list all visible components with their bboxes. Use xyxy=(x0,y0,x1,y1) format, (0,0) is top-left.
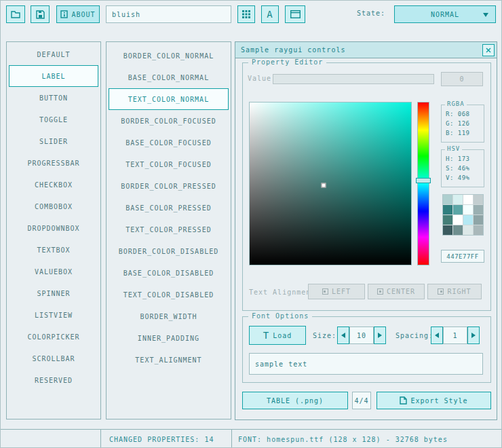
rgba-panel[interactable]: RGBA R: 068G: 126B: 119 xyxy=(441,105,484,143)
properties-list-item[interactable]: TEXT_COLOR_NORMAL xyxy=(109,88,229,110)
export-style-button[interactable]: Export Style xyxy=(376,392,491,409)
palette-swatch[interactable] xyxy=(474,205,483,214)
table-pages-box[interactable]: 4/4 xyxy=(352,392,371,409)
about-button[interactable]: ABOUT xyxy=(56,5,100,23)
style-name-value: bluish xyxy=(112,11,140,18)
align-left-button[interactable]: LEFT xyxy=(308,284,365,299)
properties-list-item[interactable]: TEXT_COLOR_FOCUSED xyxy=(107,153,231,175)
value-label: Value: xyxy=(248,75,276,82)
controls-list-item[interactable]: COMBOBOX xyxy=(7,195,100,217)
properties-list-item[interactable]: TEXT_COLOR_PRESSED xyxy=(107,219,231,240)
controls-list-item[interactable]: LABEL xyxy=(9,65,98,87)
properties-list-item[interactable]: INNER_PADDING xyxy=(107,327,231,349)
palette-swatch[interactable] xyxy=(453,205,463,214)
sample-window-title: Sample raygui controls xyxy=(241,46,345,54)
palette-swatch[interactable] xyxy=(443,195,452,204)
properties-list-item[interactable]: BORDER_WIDTH xyxy=(107,305,231,327)
properties-list-item[interactable]: BASE_COLOR_PRESSED xyxy=(107,197,231,219)
hsv-panel[interactable]: HSV H: 173S: 46%V: 49% xyxy=(441,149,484,187)
size-decrement-button[interactable] xyxy=(337,326,349,344)
controls-list-item[interactable]: DROPDOWNBOX xyxy=(7,217,100,239)
spacing-decrement-button[interactable] xyxy=(431,326,443,344)
controls-list-item[interactable]: BUTTON xyxy=(7,87,100,109)
font-options-group-label: Font Options xyxy=(248,312,312,320)
spacing-value-box[interactable]: 1 xyxy=(443,326,467,344)
align-center-label: CENTER xyxy=(387,288,415,295)
palette-swatch[interactable] xyxy=(474,225,483,235)
size-value: 10 xyxy=(357,332,366,339)
controls-list-item[interactable]: TOGGLE xyxy=(7,109,100,130)
hue-bar[interactable] xyxy=(417,102,429,265)
font-view-button[interactable]: A xyxy=(261,5,279,23)
palette-swatch[interactable] xyxy=(463,225,473,235)
controls-list-item[interactable]: VALUEBOX xyxy=(7,261,100,282)
save-icon xyxy=(36,10,45,19)
properties-list-item[interactable]: TEXT_COLOR_DISABLED xyxy=(107,284,231,305)
sample-window-titlebar[interactable]: Sample raygui controls xyxy=(235,42,497,58)
close-button[interactable] xyxy=(482,44,495,56)
color-component-row: B: 119 xyxy=(446,130,484,139)
hsv-panel-label: HSV xyxy=(445,145,462,152)
palette-swatch[interactable] xyxy=(453,215,463,225)
font-spacing-label: Spacing: xyxy=(395,332,433,339)
picker-cursor[interactable] xyxy=(322,183,326,187)
style-palette-grid xyxy=(442,194,484,236)
properties-list-item[interactable]: BASE_COLOR_DISABLED xyxy=(107,262,231,284)
save-style-button[interactable] xyxy=(31,5,50,23)
properties-list-item[interactable]: BASE_COLOR_FOCUSED xyxy=(107,132,231,153)
align-right-button[interactable]: RIGHT xyxy=(427,284,482,299)
controls-list-item[interactable]: SLIDER xyxy=(7,130,100,152)
palette-swatch[interactable] xyxy=(453,225,463,235)
palette-swatch[interactable] xyxy=(463,205,473,214)
properties-list-item[interactable]: BORDER_COLOR_DISABLED xyxy=(107,240,231,262)
controls-list-item[interactable]: DEFAULT xyxy=(7,43,100,65)
properties-list-item[interactable]: BASE_COLOR_NORMAL xyxy=(107,67,231,88)
palette-swatch[interactable] xyxy=(474,195,483,204)
value-button[interactable]: 0 xyxy=(441,72,483,86)
color-component-row: R: 068 xyxy=(446,111,484,120)
properties-list-item[interactable]: TEXT_ALIGNMENT xyxy=(107,349,231,371)
controls-list-item[interactable]: SCROLLBAR xyxy=(7,348,100,369)
properties-list-item[interactable]: BORDER_COLOR_PRESSED xyxy=(107,175,231,197)
load-font-button[interactable]: T Load xyxy=(249,326,306,345)
controls-list-item[interactable]: TEXTBOX xyxy=(7,239,100,261)
palette-swatch[interactable] xyxy=(443,225,452,235)
controls-list-item[interactable]: LISTVIEW xyxy=(7,304,100,326)
color-picker-square[interactable] xyxy=(249,102,412,265)
table-pages-value: 4/4 xyxy=(354,397,368,405)
palette-swatch[interactable] xyxy=(443,205,452,214)
hex-color-input[interactable]: 447E77FF xyxy=(441,250,484,263)
palette-swatch[interactable] xyxy=(443,215,452,225)
properties-list-item[interactable]: BORDER_COLOR_FOCUSED xyxy=(107,110,231,132)
style-table-view-button[interactable] xyxy=(237,5,255,23)
style-name-input[interactable]: bluish xyxy=(106,5,231,23)
arrow-right-icon xyxy=(471,333,476,338)
rgba-rows: R: 068G: 126B: 119 xyxy=(442,105,484,139)
open-style-button[interactable] xyxy=(6,5,25,23)
export-icon xyxy=(400,396,407,405)
state-dropdown[interactable]: NORMAL xyxy=(394,5,496,23)
size-increment-button[interactable] xyxy=(374,326,386,344)
status-font-info: FONT: homespun.ttf (128 x 128) - 32768 b… xyxy=(232,429,502,448)
controls-view-button[interactable] xyxy=(285,5,305,23)
controls-list-item[interactable]: CHECKBOX xyxy=(7,174,100,195)
value-slider[interactable] xyxy=(273,74,434,84)
spacing-increment-button[interactable] xyxy=(467,326,480,344)
table-export-button[interactable]: TABLE (.png) xyxy=(242,392,348,409)
property-editor-group-label: Property Editor xyxy=(248,58,326,66)
controls-list-item[interactable]: SPINNER xyxy=(7,282,100,304)
size-value-box[interactable]: 10 xyxy=(349,326,374,344)
hue-slider-handle[interactable] xyxy=(416,178,431,183)
palette-swatch[interactable] xyxy=(453,195,463,204)
controls-list-item[interactable]: COLORPICKER xyxy=(7,326,100,348)
palette-swatch[interactable] xyxy=(463,195,473,204)
controls-list-item[interactable]: RESERVED xyxy=(7,369,100,391)
arrow-left-icon xyxy=(341,333,345,338)
arrow-left-icon xyxy=(435,333,439,338)
sample-text-input[interactable]: sample text xyxy=(249,353,483,375)
properties-list-item[interactable]: BORDER_COLOR_NORMAL xyxy=(107,45,231,67)
palette-swatch[interactable] xyxy=(474,215,483,225)
align-center-button[interactable]: CENTER xyxy=(368,284,425,299)
palette-swatch[interactable] xyxy=(463,215,473,225)
controls-list-item[interactable]: PROGRESSBAR xyxy=(7,152,100,174)
